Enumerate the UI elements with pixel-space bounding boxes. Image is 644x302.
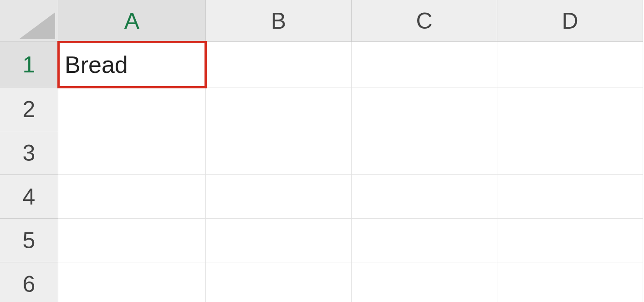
row-header-6[interactable]: 6 bbox=[0, 262, 58, 302]
cell-D5[interactable] bbox=[497, 219, 643, 262]
cell-A5[interactable] bbox=[58, 219, 206, 262]
cell-D1[interactable] bbox=[497, 42, 643, 87]
row-header-1[interactable]: 1 bbox=[0, 42, 58, 87]
cell-D2[interactable] bbox=[497, 87, 643, 131]
row-header-3[interactable]: 3 bbox=[0, 131, 58, 175]
row-header-2[interactable]: 2 bbox=[0, 87, 58, 131]
column-header-A[interactable]: A bbox=[58, 0, 206, 42]
column-header-D[interactable]: D bbox=[497, 0, 643, 42]
cell-A4[interactable] bbox=[58, 175, 206, 219]
cell-A3[interactable] bbox=[58, 131, 206, 175]
cell-B5[interactable] bbox=[206, 219, 352, 262]
cell-D4[interactable] bbox=[497, 175, 643, 219]
cell-C5[interactable] bbox=[352, 219, 497, 262]
cell-B2[interactable] bbox=[206, 87, 352, 131]
cell-A6[interactable] bbox=[58, 262, 206, 302]
spreadsheet-grid: A B C D 1 Bread 2 3 4 5 6 bbox=[0, 0, 644, 302]
cell-A1[interactable]: Bread bbox=[58, 42, 206, 87]
cell-B1[interactable] bbox=[206, 42, 352, 87]
cell-D6[interactable] bbox=[497, 262, 643, 302]
cell-C2[interactable] bbox=[352, 87, 497, 131]
cell-C6[interactable] bbox=[352, 262, 497, 302]
cell-B4[interactable] bbox=[206, 175, 352, 219]
cell-B6[interactable] bbox=[206, 262, 352, 302]
cell-B3[interactable] bbox=[206, 131, 352, 175]
cell-C4[interactable] bbox=[352, 175, 497, 219]
cell-D3[interactable] bbox=[497, 131, 643, 175]
cell-C3[interactable] bbox=[352, 131, 497, 175]
select-all-corner[interactable] bbox=[0, 0, 58, 42]
cell-A2[interactable] bbox=[58, 87, 206, 131]
row-header-4[interactable]: 4 bbox=[0, 175, 58, 219]
column-header-C[interactable]: C bbox=[352, 0, 497, 42]
column-header-B[interactable]: B bbox=[206, 0, 352, 42]
row-header-5[interactable]: 5 bbox=[0, 219, 58, 262]
cell-C1[interactable] bbox=[352, 42, 497, 87]
